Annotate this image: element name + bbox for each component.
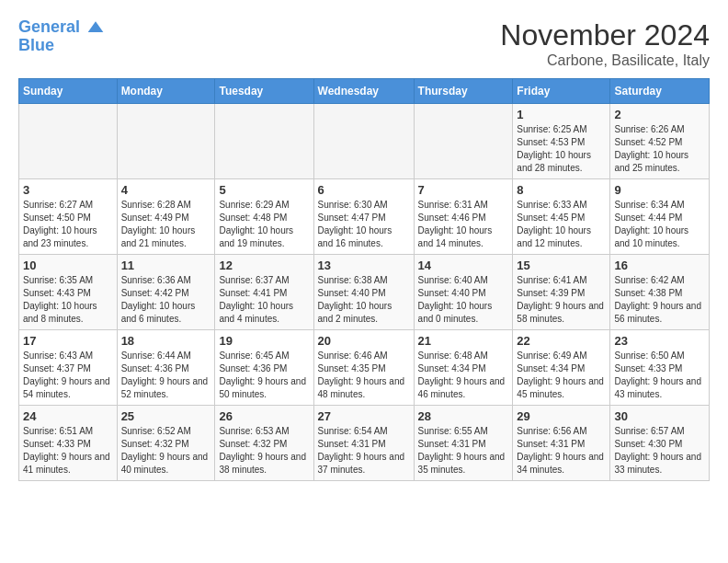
day-info: Sunrise: 6:48 AM Sunset: 4:34 PM Dayligh…	[418, 350, 509, 401]
calendar-cell: 8Sunrise: 6:33 AM Sunset: 4:45 PM Daylig…	[513, 179, 610, 255]
day-number: 7	[418, 183, 509, 197]
day-info: Sunrise: 6:33 AM Sunset: 4:45 PM Dayligh…	[517, 199, 606, 250]
calendar-cell: 21Sunrise: 6:48 AM Sunset: 4:34 PM Dayli…	[414, 330, 513, 406]
day-info: Sunrise: 6:31 AM Sunset: 4:46 PM Dayligh…	[418, 199, 509, 250]
column-header-monday: Monday	[117, 79, 215, 104]
calendar-cell	[19, 104, 118, 179]
day-info: Sunrise: 6:49 AM Sunset: 4:34 PM Dayligh…	[517, 350, 606, 401]
month-title: November 2024	[500, 18, 710, 52]
location: Carbone, Basilicate, Italy	[500, 52, 710, 69]
day-number: 6	[318, 183, 410, 197]
title-block: November 2024 Carbone, Basilicate, Italy	[500, 18, 710, 69]
calendar-body: 1Sunrise: 6:25 AM Sunset: 4:53 PM Daylig…	[19, 104, 710, 481]
week-row-1: 1Sunrise: 6:25 AM Sunset: 4:53 PM Daylig…	[19, 104, 710, 179]
day-number: 18	[121, 334, 211, 348]
day-info: Sunrise: 6:34 AM Sunset: 4:44 PM Dayligh…	[614, 199, 705, 250]
week-row-3: 10Sunrise: 6:35 AM Sunset: 4:43 PM Dayli…	[19, 255, 710, 330]
calendar-cell: 2Sunrise: 6:26 AM Sunset: 4:52 PM Daylig…	[610, 104, 710, 179]
calendar-cell: 6Sunrise: 6:30 AM Sunset: 4:47 PM Daylig…	[313, 179, 414, 255]
day-info: Sunrise: 6:45 AM Sunset: 4:36 PM Dayligh…	[219, 350, 309, 401]
day-number: 15	[517, 259, 606, 272]
day-info: Sunrise: 6:56 AM Sunset: 4:31 PM Dayligh…	[517, 425, 606, 477]
day-number: 23	[614, 334, 705, 348]
day-info: Sunrise: 6:57 AM Sunset: 4:30 PM Dayligh…	[614, 425, 705, 477]
calendar-cell: 1Sunrise: 6:25 AM Sunset: 4:53 PM Daylig…	[513, 104, 610, 179]
day-info: Sunrise: 6:35 AM Sunset: 4:43 PM Dayligh…	[23, 274, 113, 326]
calendar-cell: 12Sunrise: 6:37 AM Sunset: 4:41 PM Dayli…	[215, 255, 313, 330]
day-number: 29	[517, 409, 606, 423]
day-info: Sunrise: 6:38 AM Sunset: 4:40 PM Dayligh…	[318, 274, 410, 326]
calendar-cell: 29Sunrise: 6:56 AM Sunset: 4:31 PM Dayli…	[513, 406, 610, 481]
day-info: Sunrise: 6:25 AM Sunset: 4:53 PM Dayligh…	[517, 123, 606, 175]
calendar-cell: 3Sunrise: 6:27 AM Sunset: 4:50 PM Daylig…	[19, 179, 118, 255]
day-number: 21	[418, 334, 509, 348]
calendar-cell: 26Sunrise: 6:53 AM Sunset: 4:32 PM Dayli…	[215, 406, 313, 481]
day-number: 26	[219, 409, 309, 423]
column-header-saturday: Saturday	[610, 79, 710, 104]
column-header-thursday: Thursday	[414, 79, 513, 104]
day-number: 30	[614, 409, 705, 423]
calendar-cell	[414, 104, 513, 179]
page-header: General Blue November 2024 Carbone, Basi…	[18, 18, 710, 69]
day-number: 5	[219, 183, 309, 197]
calendar-cell: 5Sunrise: 6:29 AM Sunset: 4:48 PM Daylig…	[215, 179, 313, 255]
calendar-header-row: SundayMondayTuesdayWednesdayThursdayFrid…	[19, 79, 710, 104]
calendar-cell: 11Sunrise: 6:36 AM Sunset: 4:42 PM Dayli…	[117, 255, 215, 330]
day-info: Sunrise: 6:37 AM Sunset: 4:41 PM Dayligh…	[219, 274, 309, 326]
day-info: Sunrise: 6:40 AM Sunset: 4:40 PM Dayligh…	[418, 274, 509, 326]
calendar-cell: 30Sunrise: 6:57 AM Sunset: 4:30 PM Dayli…	[610, 406, 710, 481]
calendar-cell: 28Sunrise: 6:55 AM Sunset: 4:31 PM Dayli…	[414, 406, 513, 481]
day-info: Sunrise: 6:53 AM Sunset: 4:32 PM Dayligh…	[219, 425, 309, 477]
column-header-wednesday: Wednesday	[313, 79, 414, 104]
calendar-cell: 25Sunrise: 6:52 AM Sunset: 4:32 PM Dayli…	[117, 406, 215, 481]
day-info: Sunrise: 6:42 AM Sunset: 4:38 PM Dayligh…	[614, 274, 705, 326]
day-info: Sunrise: 6:44 AM Sunset: 4:36 PM Dayligh…	[121, 350, 211, 401]
logo-text: General Blue	[18, 18, 105, 55]
day-number: 9	[614, 183, 705, 197]
calendar-cell: 19Sunrise: 6:45 AM Sunset: 4:36 PM Dayli…	[215, 330, 313, 406]
calendar-table: SundayMondayTuesdayWednesdayThursdayFrid…	[18, 78, 710, 481]
calendar-cell: 13Sunrise: 6:38 AM Sunset: 4:40 PM Dayli…	[313, 255, 414, 330]
calendar-cell	[313, 104, 414, 179]
day-number: 10	[23, 259, 113, 272]
calendar-cell: 15Sunrise: 6:41 AM Sunset: 4:39 PM Dayli…	[513, 255, 610, 330]
day-info: Sunrise: 6:41 AM Sunset: 4:39 PM Dayligh…	[517, 274, 606, 326]
day-number: 12	[219, 259, 309, 272]
day-number: 24	[23, 409, 113, 423]
day-number: 22	[517, 334, 606, 348]
day-info: Sunrise: 6:26 AM Sunset: 4:52 PM Dayligh…	[614, 123, 705, 175]
calendar-cell: 23Sunrise: 6:50 AM Sunset: 4:33 PM Dayli…	[610, 330, 710, 406]
day-info: Sunrise: 6:30 AM Sunset: 4:47 PM Dayligh…	[318, 199, 410, 250]
day-number: 2	[614, 108, 705, 121]
day-number: 25	[121, 409, 211, 423]
svg-marker-0	[88, 22, 104, 33]
day-number: 11	[121, 259, 211, 272]
calendar-cell: 18Sunrise: 6:44 AM Sunset: 4:36 PM Dayli…	[117, 330, 215, 406]
day-number: 14	[418, 259, 509, 272]
day-info: Sunrise: 6:52 AM Sunset: 4:32 PM Dayligh…	[121, 425, 211, 477]
calendar-cell: 4Sunrise: 6:28 AM Sunset: 4:49 PM Daylig…	[117, 179, 215, 255]
calendar-cell	[215, 104, 313, 179]
day-number: 4	[121, 183, 211, 197]
column-header-friday: Friday	[513, 79, 610, 104]
week-row-5: 24Sunrise: 6:51 AM Sunset: 4:33 PM Dayli…	[19, 406, 710, 481]
calendar-cell: 20Sunrise: 6:46 AM Sunset: 4:35 PM Dayli…	[313, 330, 414, 406]
day-info: Sunrise: 6:29 AM Sunset: 4:48 PM Dayligh…	[219, 199, 309, 250]
day-info: Sunrise: 6:54 AM Sunset: 4:31 PM Dayligh…	[318, 425, 410, 477]
day-info: Sunrise: 6:46 AM Sunset: 4:35 PM Dayligh…	[318, 350, 410, 401]
day-info: Sunrise: 6:55 AM Sunset: 4:31 PM Dayligh…	[418, 425, 509, 477]
day-number: 19	[219, 334, 309, 348]
day-info: Sunrise: 6:51 AM Sunset: 4:33 PM Dayligh…	[23, 425, 113, 477]
logo-icon	[86, 18, 105, 37]
column-header-sunday: Sunday	[19, 79, 118, 104]
day-info: Sunrise: 6:27 AM Sunset: 4:50 PM Dayligh…	[23, 199, 113, 250]
day-info: Sunrise: 6:43 AM Sunset: 4:37 PM Dayligh…	[23, 350, 113, 401]
day-number: 27	[318, 409, 410, 423]
day-info: Sunrise: 6:50 AM Sunset: 4:33 PM Dayligh…	[614, 350, 705, 401]
day-number: 1	[517, 108, 606, 121]
day-info: Sunrise: 6:36 AM Sunset: 4:42 PM Dayligh…	[121, 274, 211, 326]
day-number: 8	[517, 183, 606, 197]
day-info: Sunrise: 6:28 AM Sunset: 4:49 PM Dayligh…	[121, 199, 211, 250]
day-number: 3	[23, 183, 113, 197]
week-row-4: 17Sunrise: 6:43 AM Sunset: 4:37 PM Dayli…	[19, 330, 710, 406]
